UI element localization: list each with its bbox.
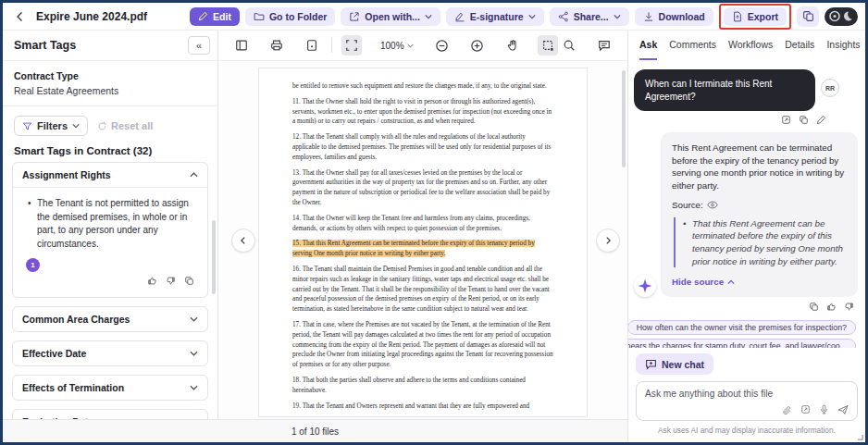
print-icon[interactable] [267,35,287,56]
microphone-icon[interactable] [819,404,829,415]
chevron-up-icon [190,172,198,178]
tag-card-header[interactable]: Common Area Charges [13,307,207,331]
download-icon [643,11,654,22]
tag-card-effective-date: Effective Date [12,340,208,366]
edit-pencil-icon[interactable] [816,115,826,125]
zoom-out-icon[interactable] [432,35,453,56]
copy-icon[interactable] [184,276,194,286]
next-file-button[interactable] [596,229,620,253]
suggested-question[interactable]: How often can the owner visit the premis… [628,320,856,335]
hand-tool-icon[interactable] [502,35,523,56]
hide-source-label: Hide source [672,276,724,289]
pdf-toolbar: 100% [218,31,627,61]
sidebar-collapse-button[interactable]: « [188,36,210,55]
back-icon[interactable] [12,8,29,25]
share-label: Share... [574,11,609,22]
download-button[interactable]: Download [635,7,713,26]
copy-pages-icon[interactable] [797,6,819,27]
previous-file-button[interactable] [231,229,255,253]
moon-icon [844,12,852,21]
resize-handle-icon[interactable] [857,434,863,440]
pdf-viewer: 100% [218,31,627,419]
tag-card-header[interactable]: Expiration Date [13,410,207,419]
tag-card-title: Effects of Termination [22,382,124,393]
open-external-icon [349,11,360,22]
suggested-question[interactable]: Who bears the charges for stamp duty, co… [628,339,856,348]
thumbs-down-icon[interactable] [166,276,176,286]
tab-workflows[interactable]: Workflows [728,31,773,60]
document-info-icon[interactable] [302,35,322,56]
export-button[interactable]: Export [724,7,787,26]
tag-card-title: Common Area Charges [22,314,130,325]
export-icon [732,11,743,22]
hide-source-link[interactable]: Hide source [672,276,847,289]
go-to-folder-button[interactable]: Go to Folder [245,7,335,26]
select-region-icon[interactable] [538,35,558,56]
tag-card-header[interactable]: Effective Date [13,341,207,365]
thumbnails-panel-icon[interactable] [231,35,252,56]
app-window: Expire June 2024.pdf Edit Go to Folder O… [0,0,868,445]
reset-all-button[interactable]: Reset all [97,120,153,131]
zoom-level-dropdown[interactable]: 100% [380,41,414,51]
chevron-down-icon [72,123,80,129]
snippet-icon[interactable] [781,115,791,125]
reset-all-label: Reset all [111,120,153,131]
document-title: Expire June 2024.pdf [36,10,147,23]
thumbs-up-icon[interactable] [147,276,157,286]
ask-input-box[interactable]: Ask me anything about this file [636,381,858,421]
files-count: 1 of 10 files [291,426,339,437]
eye-icon[interactable] [707,201,718,209]
contract-type-value: Real Estate Agreements [14,85,206,96]
thumbs-down-icon[interactable] [844,302,854,312]
tag-card-title: Expiration Date [22,416,93,419]
source-quote-text: That this Rent Agreement can be terminat… [683,217,847,268]
zoom-in-icon[interactable] [467,35,488,56]
signature-pen-icon [454,11,465,22]
files-pagination-bar: 1 of 10 files [3,419,627,442]
thumbs-up-icon[interactable] [826,302,837,312]
reset-icon [97,121,107,131]
attach-icon[interactable] [782,404,792,415]
smart-tags-sidebar: Smart Tags « Contract Type Real Estate A… [3,31,218,419]
export-highlight-box: Export [719,4,791,30]
pdf-canvas[interactable]: be entitled to remove such equipment and… [218,61,627,419]
tag-occurrence-badge[interactable]: 1 [26,258,40,272]
copy-icon[interactable] [799,115,809,125]
open-with-label: Open with... [365,11,420,22]
new-chat-label: New chat [662,359,704,370]
tab-insights[interactable]: Insights [826,31,860,60]
tab-details[interactable]: Details [785,31,814,60]
open-with-button[interactable]: Open with... [341,7,440,26]
snippet-icon[interactable] [800,404,811,415]
folder-icon [254,11,265,22]
edit-button[interactable]: Edit [190,7,240,26]
send-icon[interactable] [837,404,849,415]
search-icon[interactable] [559,35,579,56]
copy-icon[interactable] [809,302,819,312]
topbar-actions: Edit Go to Folder Open with... E-signatu… [190,4,858,30]
tag-card-header[interactable]: Assignment Rights [13,163,207,187]
tag-card-header[interactable]: Effects of Termination [13,376,207,400]
source-label: Source: [672,199,703,212]
pdf-page: be entitled to remove such equipment and… [258,68,588,417]
tag-bullet-text: The Tenant is not permitted to assign th… [24,197,196,251]
tab-comments[interactable]: Comments [669,31,716,60]
ask-input-placeholder: Ask me anything about this file [645,389,849,399]
user-avatar-theme-toggle[interactable] [825,7,858,26]
chevron-down-icon [407,43,414,48]
sidebar-title: Smart Tags [14,39,76,52]
pdf-scrollbar[interactable] [622,70,626,167]
new-chat-button[interactable]: New chat [636,353,713,375]
doc-paragraph: 13. That the Owner shall pay for all tax… [292,168,553,208]
contract-type-label: Contract Type [14,70,206,81]
sidebar-scrollbar[interactable] [212,220,216,294]
fullscreen-icon[interactable] [341,35,362,56]
tab-ask[interactable]: Ask [639,31,657,60]
share-button[interactable]: Share... [550,7,629,26]
filters-button[interactable]: Filters [14,116,88,136]
chat-thread: When can I terminate this Rent Agreement… [628,60,865,348]
comment-icon[interactable] [594,35,614,56]
highlighted-clause: 15. That this Rent Agreement can be term… [292,240,535,257]
esignature-button[interactable]: E-signature [446,7,544,26]
filter-funnel-icon [22,121,32,131]
